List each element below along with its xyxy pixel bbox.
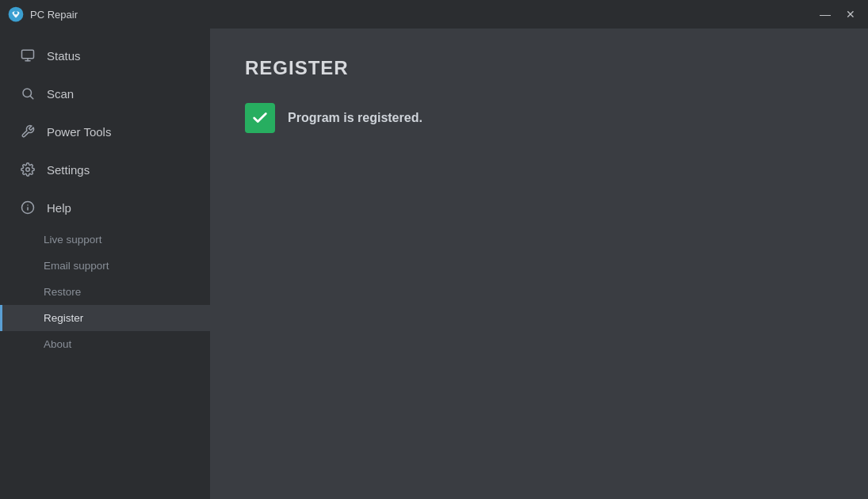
sidebar-item-settings[interactable]: Settings [0, 150, 210, 189]
sidebar-item-scan-label: Scan [47, 87, 74, 101]
minimize-button[interactable]: — [814, 6, 836, 23]
sidebar: Status Scan Power Tools [0, 29, 210, 499]
sidebar-subitem-live-support-label: Live support [44, 234, 102, 246]
sidebar-subitem-register[interactable]: Register [0, 305, 210, 331]
titlebar: PC Repair — ✕ [0, 0, 868, 29]
gear-icon [20, 162, 36, 177]
sidebar-subitem-email-support[interactable]: Email support [0, 253, 210, 279]
monitor-icon [20, 48, 36, 63]
checkmark-icon [251, 109, 269, 127]
app-title: PC Repair [30, 9, 78, 21]
svg-point-7 [26, 168, 30, 172]
sidebar-item-help[interactable]: Help [0, 189, 210, 227]
sidebar-subitem-email-support-label: Email support [44, 260, 109, 272]
register-status-box: Program is registered. [245, 103, 833, 133]
svg-point-5 [23, 89, 32, 97]
main-content: REGISTER Program is registered. [210, 29, 868, 499]
titlebar-controls: — ✕ [814, 6, 862, 23]
sidebar-subitem-restore-label: Restore [44, 286, 81, 298]
app-body: Status Scan Power Tools [0, 29, 868, 499]
registered-check-badge [245, 103, 275, 133]
wrench-icon [20, 124, 36, 139]
sidebar-item-settings-label: Settings [47, 163, 90, 177]
registration-status-text: Program is registered. [288, 111, 423, 125]
titlebar-left: PC Repair [8, 6, 78, 22]
sidebar-subitem-about[interactable]: About [0, 331, 210, 357]
svg-point-1 [14, 11, 17, 14]
close-button[interactable]: ✕ [839, 6, 862, 23]
page-title: REGISTER [245, 57, 833, 79]
sidebar-item-scan[interactable]: Scan [0, 74, 210, 112]
sidebar-subitem-restore[interactable]: Restore [0, 279, 210, 305]
sidebar-item-status-label: Status [47, 49, 81, 63]
svg-line-6 [30, 96, 33, 98]
info-icon [20, 200, 36, 215]
sidebar-subitem-live-support[interactable]: Live support [0, 227, 210, 253]
svg-rect-2 [22, 50, 34, 59]
sidebar-item-status[interactable]: Status [0, 36, 210, 74]
sidebar-subitem-about-label: About [44, 338, 71, 350]
sidebar-item-power-tools[interactable]: Power Tools [0, 112, 210, 150]
sidebar-item-power-tools-label: Power Tools [47, 125, 111, 139]
sidebar-item-help-label: Help [47, 201, 71, 215]
app-logo-icon [8, 6, 24, 22]
search-icon [20, 86, 36, 101]
sidebar-subitem-register-label: Register [44, 312, 83, 324]
